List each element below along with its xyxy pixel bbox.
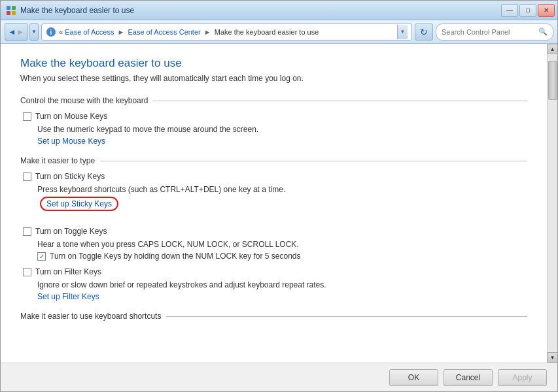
- content-wrapper: Make the keyboard easier to use When you…: [1, 44, 557, 363]
- section-easier-typing: Make it easier to type Turn on Sticky Ke…: [20, 156, 527, 301]
- svg-rect-3: [12, 11, 16, 15]
- option-label-sticky-keys: Turn on Sticky Keys: [35, 172, 105, 181]
- section-label-keyboard-shortcuts: Make it easier to use keyboard shortcuts: [20, 312, 161, 321]
- section-label-mouse-control: Control the mouse with the keyboard: [20, 96, 148, 105]
- breadcrumb-arrow-2: ►: [204, 28, 213, 36]
- checkbox-sticky-keys[interactable]: [23, 172, 31, 181]
- link-setup-sticky-keys[interactable]: Set up Sticky Keys: [40, 197, 118, 211]
- section-header-easier-typing: Make it easier to type: [20, 156, 527, 165]
- section-divider-3: [166, 316, 527, 317]
- address-bar: i « Ease of Access ► Ease of Access Cent…: [41, 24, 412, 41]
- checkmark-icon: ✓: [39, 253, 44, 260]
- checkbox-toggle-keys[interactable]: [23, 227, 31, 236]
- breadcrumb-separator: «: [59, 28, 65, 36]
- breadcrumb-link-ease-of-access-center[interactable]: Ease of Access Center: [128, 28, 200, 36]
- link-setup-mouse-keys[interactable]: Set up Mouse Keys: [20, 137, 527, 146]
- option-label-mouse-keys: Turn on Mouse Keys: [35, 112, 107, 121]
- title-bar: Make the keyboard easier to use — □ ✕: [1, 1, 557, 20]
- svg-rect-1: [12, 6, 16, 10]
- svg-text:i: i: [50, 29, 52, 36]
- page-subtitle: When you select these settings, they wil…: [20, 74, 527, 83]
- bottom-bar: OK Cancel Apply: [1, 363, 557, 391]
- scroll-thumb[interactable]: [548, 61, 557, 100]
- option-row-sticky-keys: Turn on Sticky Keys: [20, 172, 527, 181]
- svg-rect-2: [7, 11, 10, 15]
- option-row-toggle-keys: Turn on Toggle Keys: [20, 227, 527, 236]
- section-keyboard-shortcuts: Make it easier to use keyboard shortcuts: [20, 312, 527, 321]
- sub-option-label-toggle-keys: Turn on Toggle Keys by holding down the …: [50, 252, 301, 261]
- section-mouse-control: Control the mouse with the keyboard Turn…: [20, 96, 527, 146]
- control-panel-icon: [6, 5, 16, 16]
- scroll-down-button[interactable]: ▼: [548, 352, 558, 363]
- breadcrumb: « Ease of Access ► Ease of Access Center…: [59, 28, 394, 36]
- option-label-toggle-keys: Turn on Toggle Keys: [35, 227, 107, 236]
- section-divider-2: [100, 161, 527, 161]
- scrollbar: ▲ ▼: [547, 44, 557, 363]
- scroll-up-button[interactable]: ▲: [548, 44, 558, 54]
- description-sticky-keys: Press keyboard shortcuts (such as CTRL+A…: [20, 185, 527, 194]
- section-header-mouse-control: Control the mouse with the keyboard: [20, 96, 527, 105]
- breadcrumb-link-ease-of-access[interactable]: Ease of Access: [65, 28, 114, 36]
- minimize-button[interactable]: —: [501, 4, 518, 17]
- ok-button[interactable]: OK: [389, 369, 438, 386]
- section-label-easier-typing: Make it easier to type: [20, 156, 95, 165]
- window-title: Make the keyboard easier to use: [20, 6, 134, 15]
- breadcrumb-current: Make the keyboard easier to use: [215, 28, 319, 36]
- search-icon: 🔍: [538, 27, 548, 36]
- checkbox-toggle-keys-numlock[interactable]: ✓: [37, 252, 46, 261]
- breadcrumb-arrow-1: ►: [117, 28, 126, 36]
- page-title: Make the keyboard easier to use: [20, 57, 527, 70]
- address-dropdown-button[interactable]: ▼: [397, 25, 408, 39]
- option-row-mouse-keys: Turn on Mouse Keys: [20, 112, 527, 121]
- section-header-keyboard-shortcuts: Make it easier to use keyboard shortcuts: [20, 312, 527, 321]
- content-area: Make the keyboard easier to use When you…: [1, 44, 547, 363]
- window-controls: — □ ✕: [501, 4, 555, 17]
- maximize-button[interactable]: □: [519, 4, 536, 17]
- link-setup-filter-keys[interactable]: Set up Filter Keys: [20, 292, 527, 301]
- apply-button[interactable]: Apply: [498, 369, 547, 386]
- section-divider: [153, 101, 527, 101]
- search-input[interactable]: [442, 28, 536, 36]
- refresh-button[interactable]: ↻: [415, 24, 433, 41]
- address-icon: i: [46, 27, 56, 37]
- main-window: Make the keyboard easier to use — □ ✕ ◄ …: [0, 0, 558, 392]
- cancel-button[interactable]: Cancel: [444, 369, 493, 386]
- description-toggle-keys: Hear a tone when you press CAPS LOCK, NU…: [20, 240, 527, 249]
- description-filter-keys: Ignore or slow down brief or repeated ke…: [20, 280, 527, 289]
- close-button[interactable]: ✕: [538, 4, 555, 17]
- forward-icon: ►: [17, 27, 25, 37]
- description-mouse-keys: Use the numeric keypad to move the mouse…: [20, 125, 527, 134]
- checkbox-filter-keys[interactable]: [23, 268, 31, 276]
- sub-option-row-toggle-keys: ✓ Turn on Toggle Keys by holding down th…: [20, 252, 527, 261]
- back-button[interactable]: ◄ ►: [5, 23, 28, 41]
- nav-arrows: ◄ ► ▼: [5, 23, 39, 41]
- scroll-track: [548, 54, 557, 352]
- refresh-icon: ↻: [420, 27, 428, 37]
- option-row-filter-keys: Turn on Filter Keys: [20, 267, 527, 276]
- option-label-filter-keys: Turn on Filter Keys: [35, 267, 101, 276]
- search-bar: 🔍: [436, 24, 553, 41]
- dropdown-history-button[interactable]: ▼: [29, 23, 39, 41]
- title-bar-left: Make the keyboard easier to use: [6, 5, 134, 16]
- checkbox-mouse-keys[interactable]: [23, 112, 31, 121]
- back-icon: ◄: [9, 27, 16, 37]
- navigation-bar: ◄ ► ▼ i « Ease of Access ► Ease of Acces…: [1, 20, 557, 44]
- svg-rect-0: [7, 6, 10, 10]
